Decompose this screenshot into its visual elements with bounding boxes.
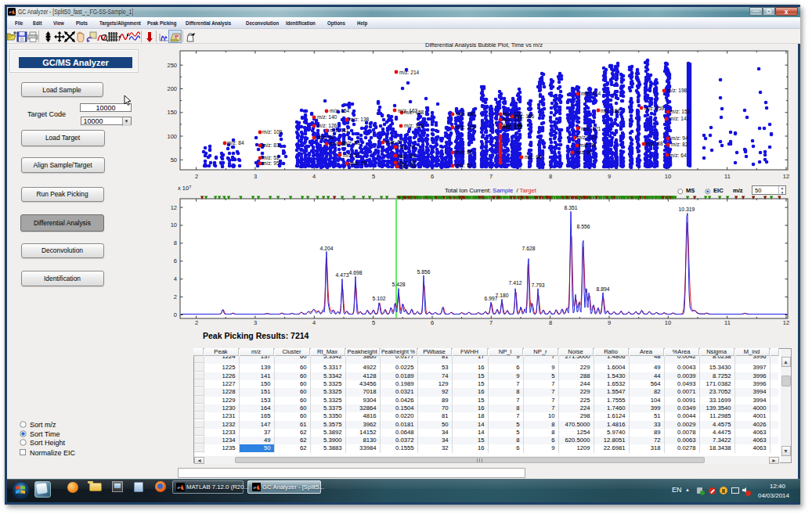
svg-text:10.319: 10.319 [679, 207, 695, 212]
svg-text:150: 150 [167, 109, 177, 116]
svg-text:8.351: 8.351 [564, 205, 577, 210]
svg-text:6: 6 [431, 173, 434, 180]
svg-text:7: 7 [489, 173, 493, 180]
svg-text:m/z: 83: m/z: 83 [343, 140, 360, 146]
svg-text:8.556: 8.556 [576, 224, 590, 229]
svg-text:m/z: 88: m/z: 88 [646, 141, 663, 146]
svg-text:m/z: 214: m/z: 214 [399, 70, 420, 75]
svg-text:m/z: 60: m/z: 60 [399, 153, 416, 159]
svg-text:m/z: 109: m/z: 109 [262, 129, 283, 135]
svg-text:11: 11 [724, 319, 731, 326]
svg-text:4: 4 [312, 319, 316, 326]
svg-text:m/z: 143: m/z: 143 [503, 117, 523, 122]
svg-text:11: 11 [724, 173, 731, 180]
svg-text:5: 5 [372, 319, 375, 326]
svg-text:8: 8 [174, 239, 177, 246]
svg-text:5: 5 [372, 173, 375, 180]
svg-text:m/z: 138: m/z: 138 [349, 117, 370, 122]
svg-text:m/z: 122: m/z: 122 [503, 124, 523, 130]
svg-text:m/z: 81: m/z: 81 [579, 142, 597, 148]
svg-text:m/z: 141: m/z: 141 [669, 116, 690, 121]
svg-text:7.628: 7.628 [521, 246, 535, 251]
svg-text:3: 3 [254, 319, 257, 326]
svg-text:m/z: 94: m/z: 94 [671, 135, 688, 141]
svg-text:m/z: 156: m/z: 156 [601, 108, 621, 113]
svg-text:m/z: 94: m/z: 94 [399, 164, 417, 169]
svg-text:m/z: 82: m/z: 82 [671, 142, 688, 147]
svg-text:m/z: 66: m/z: 66 [525, 154, 542, 160]
svg-text:4.204: 4.204 [319, 246, 333, 251]
svg-text:8: 8 [549, 319, 552, 326]
svg-text:m/z: 140: m/z: 140 [456, 111, 476, 117]
svg-text:100: 100 [167, 133, 177, 140]
svg-text:7.793: 7.793 [531, 282, 544, 288]
svg-text:9: 9 [608, 319, 611, 326]
svg-text:m/z: 111: m/z: 111 [330, 128, 349, 133]
svg-text:12: 12 [171, 204, 177, 211]
svg-text:m/z: 59: m/z: 59 [350, 160, 367, 166]
svg-text:m/z: 98: m/z: 98 [317, 135, 334, 140]
svg-text:7.412: 7.412 [508, 280, 521, 286]
svg-text:4: 4 [312, 173, 316, 180]
svg-text:7.180: 7.180 [495, 293, 508, 298]
svg-text:250: 250 [167, 62, 177, 69]
svg-text:8.894: 8.894 [596, 286, 609, 292]
svg-text:m/z: 153: m/z: 153 [670, 109, 691, 114]
svg-text:m/z: 121: m/z: 121 [581, 126, 601, 131]
svg-text:3: 3 [254, 173, 257, 180]
svg-text:m/z: 164: m/z: 164 [581, 91, 601, 96]
svg-text:m/z: 128: m/z: 128 [404, 123, 424, 128]
svg-text:m/z: 57: m/z: 57 [343, 153, 360, 158]
svg-text:m/z: 159: m/z: 159 [644, 106, 665, 111]
svg-text:0: 0 [174, 311, 177, 318]
svg-text:2: 2 [195, 319, 198, 326]
svg-text:m/z: 119: m/z: 119 [577, 135, 597, 140]
svg-text:10: 10 [665, 173, 671, 180]
svg-text:4.473: 4.473 [335, 272, 348, 278]
svg-text:2: 2 [195, 173, 198, 180]
svg-text:5.856: 5.856 [417, 269, 430, 275]
svg-text:4: 4 [174, 275, 177, 282]
svg-text:5.102: 5.102 [372, 296, 385, 301]
svg-text:2: 2 [174, 293, 177, 300]
svg-text:m/z: 83: m/z: 83 [262, 142, 280, 148]
svg-text:m/z: 57: m/z: 57 [456, 163, 473, 168]
svg-text:m/z: 115: m/z: 115 [456, 124, 475, 130]
svg-text:7: 7 [489, 319, 493, 326]
svg-text:6: 6 [431, 319, 434, 326]
svg-text:10: 10 [171, 221, 177, 228]
svg-text:12: 12 [783, 319, 789, 326]
svg-text:4.698: 4.698 [348, 270, 362, 275]
svg-text:5.428: 5.428 [392, 282, 405, 287]
svg-text:m/z: 198: m/z: 198 [667, 88, 687, 93]
svg-text:m/z: 154: m/z: 154 [330, 108, 350, 113]
svg-text:m/z: 64: m/z: 64 [669, 153, 687, 158]
svg-text:m/z: 52: m/z: 52 [262, 155, 280, 160]
svg-text:m/z: 84: m/z: 84 [227, 140, 244, 146]
svg-text:m/z: 69: m/z: 69 [576, 149, 593, 155]
svg-text:m/z: 158: m/z: 158 [404, 110, 424, 115]
svg-text:m/z: 95: m/z: 95 [262, 160, 280, 166]
svg-text:200: 200 [167, 85, 177, 92]
svg-text:50: 50 [171, 156, 177, 164]
svg-text:8: 8 [549, 173, 552, 180]
svg-text:m/z: 140: m/z: 140 [317, 114, 337, 120]
svg-text:m/z: 85: m/z: 85 [456, 149, 473, 155]
svg-text:9: 9 [608, 173, 611, 180]
svg-text:10: 10 [665, 319, 671, 326]
svg-text:12: 12 [783, 173, 789, 180]
svg-text:m/z: 76: m/z: 76 [399, 144, 416, 149]
svg-text:m/z: 150: m/z: 150 [503, 111, 523, 117]
svg-text:6: 6 [174, 257, 177, 264]
